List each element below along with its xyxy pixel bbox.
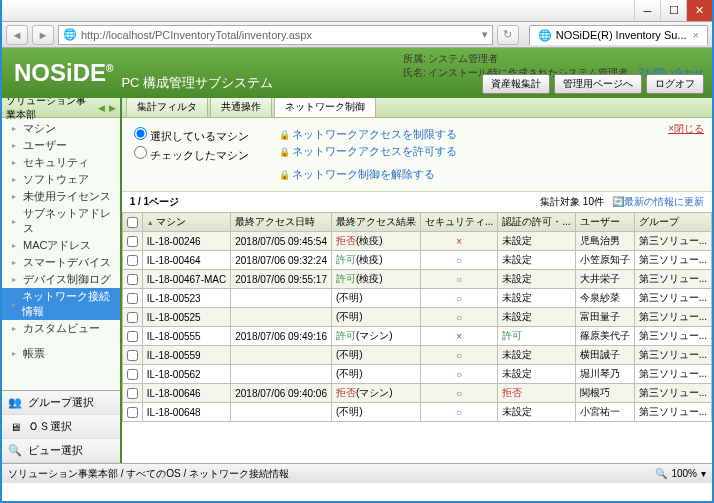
sidebar-foot-item[interactable]: 🖥ＯＳ選択: [2, 415, 120, 439]
table-row[interactable]: IL-18-002462018/07/05 09:45:54拒否(検疫)×未設定…: [122, 232, 711, 251]
close-button[interactable]: ✕: [686, 0, 712, 21]
asset-report-button[interactable]: 資産報集計: [482, 74, 550, 94]
column-header[interactable]: 認証の許可・...: [498, 213, 575, 232]
table-row[interactable]: IL-18-004642018/07/06 09:32:24許可(検疫)○未設定…: [122, 251, 711, 270]
url-text: http://localhost/PCInventoryTotal/invent…: [81, 29, 312, 41]
app-subtitle: PC 構成管理サブシステム: [121, 74, 273, 92]
nav-item[interactable]: カスタムビュー: [2, 320, 120, 337]
dropdown-icon[interactable]: ▾: [482, 28, 488, 41]
column-header[interactable]: 最終アクセス日時: [231, 213, 332, 232]
column-header[interactable]: ユーザー: [575, 213, 634, 232]
sidebar-header[interactable]: ソリューション事業本部 ◀ ▶: [2, 98, 120, 118]
main-tab[interactable]: 集計フィルタ: [126, 96, 208, 117]
row-checkbox[interactable]: [127, 293, 138, 304]
row-checkbox[interactable]: [127, 274, 138, 285]
nav-item[interactable]: 帳票: [2, 345, 120, 362]
sidebar-footer: 👥グループ選択🖥ＯＳ選択🔍ビュー選択: [2, 390, 120, 463]
radio-checked-machine[interactable]: チェックしたマシン: [134, 145, 249, 164]
table-row[interactable]: IL-18-005552018/07/06 09:49:16許可(マシン)×許可…: [122, 327, 711, 346]
nav-item[interactable]: マシン: [2, 120, 120, 137]
foot-icon: 👥: [8, 396, 22, 410]
nav-item[interactable]: ネットワーク接続情報: [2, 288, 120, 320]
zoom-value: 100%: [671, 468, 697, 479]
column-header[interactable]: 最終アクセス結果: [331, 213, 420, 232]
restrict-access-link[interactable]: ネットワークアクセスを制限する: [279, 126, 457, 143]
table-row[interactable]: IL-18-006462018/07/06 09:40:06拒否(マシン)○拒否…: [122, 384, 711, 403]
main-tab[interactable]: 共通操作: [210, 96, 272, 117]
refresh-link[interactable]: 🔄最新の情報に更新: [612, 195, 704, 209]
row-count: 集計対象 10件: [540, 195, 604, 209]
browser-tab[interactable]: 🌐 NOSiDE(R) Inventory Su... ×: [529, 25, 708, 45]
foot-icon: 🔍: [8, 444, 22, 458]
panel-close-link[interactable]: ×閉じる: [668, 122, 704, 136]
window-titlebar: ─ ☐ ✕: [2, 0, 712, 22]
table-row[interactable]: IL-18-00648(不明)○未設定小宮祐一第三ソリュー...: [122, 403, 711, 422]
admin-page-button[interactable]: 管理用ページへ: [554, 74, 642, 94]
breadcrumb: ソリューション事業本部 / すべてのOS / ネットワーク接続情報: [8, 467, 289, 481]
back-button[interactable]: ◄: [6, 25, 28, 45]
filter-panel: 選択しているマシン チェックしたマシン ネットワークアクセスを制限する ネットワ…: [122, 118, 712, 192]
table-row[interactable]: IL-18-00562(不明)○未設定堀川琴乃第三ソリュー...: [122, 365, 711, 384]
forward-button[interactable]: ►: [32, 25, 54, 45]
row-checkbox[interactable]: [127, 312, 138, 323]
column-header[interactable]: [122, 213, 142, 232]
tab-close-icon[interactable]: ×: [693, 29, 699, 41]
nav-item[interactable]: セキュリティ: [2, 154, 120, 171]
app-header: NOSiDE® PC 構成管理サブシステム 所属: システム管理者 氏名: イン…: [2, 48, 712, 98]
table-row[interactable]: IL-18-00523(不明)○未設定今泉紗菜第三ソリュー...: [122, 289, 711, 308]
row-checkbox[interactable]: [127, 331, 138, 342]
row-checkbox[interactable]: [127, 236, 138, 247]
sidebar-foot-item[interactable]: 🔍ビュー選択: [2, 439, 120, 463]
nav-item[interactable]: スマートデバイス: [2, 254, 120, 271]
collapse-left-icon[interactable]: ◀: [98, 103, 105, 113]
allow-access-link[interactable]: ネットワークアクセスを許可する: [279, 143, 457, 160]
collapse-right-icon[interactable]: ▶: [109, 103, 116, 113]
select-all-checkbox[interactable]: [127, 217, 138, 228]
sidebar-foot-item[interactable]: 👥グループ選択: [2, 391, 120, 415]
nav-tree: マシンユーザーセキュリティソフトウェア未使用ライセンスサブネットアドレスMACア…: [2, 118, 120, 390]
remove-control-link[interactable]: ネットワーク制御を解除する: [279, 166, 457, 183]
refresh-button[interactable]: ↻: [497, 25, 519, 45]
table-row[interactable]: IL-18-00467-MAC2018/07/06 09:55:17許可(検疫)…: [122, 270, 711, 289]
radio-selected-machine[interactable]: 選択しているマシン: [134, 126, 249, 145]
logo: NOSiDE®: [2, 59, 113, 87]
data-grid[interactable]: マシン最終アクセス日時最終アクセス結果セキュリティ...認証の許可・...ユーザ…: [122, 212, 712, 463]
row-checkbox[interactable]: [127, 369, 138, 380]
row-checkbox[interactable]: [127, 350, 138, 361]
row-checkbox[interactable]: [127, 255, 138, 266]
nav-item[interactable]: デバイス制御ログ: [2, 271, 120, 288]
globe-icon: 🌐: [63, 28, 77, 41]
row-checkbox[interactable]: [127, 388, 138, 399]
logoff-button[interactable]: ログオフ: [646, 74, 704, 94]
maximize-button[interactable]: ☐: [660, 0, 686, 21]
nav-item[interactable]: ユーザー: [2, 137, 120, 154]
sidebar: ソリューション事業本部 ◀ ▶ マシンユーザーセキュリティソフトウェア未使用ライ…: [2, 98, 122, 463]
zoom-icon: 🔍: [655, 468, 667, 479]
table-row[interactable]: IL-18-00559(不明)○未設定横田誠子第三ソリュー...: [122, 346, 711, 365]
page-indicator: 1 / 1ページ: [130, 195, 179, 209]
nav-item[interactable]: サブネットアドレス: [2, 205, 120, 237]
table-row[interactable]: IL-18-00525(不明)○未設定富田量子第三ソリュー...: [122, 308, 711, 327]
nav-item[interactable]: MACアドレス: [2, 237, 120, 254]
status-bar: ソリューション事業本部 / すべてのOS / ネットワーク接続情報 🔍 100%…: [2, 463, 712, 483]
row-checkbox[interactable]: [127, 407, 138, 418]
page-icon: 🌐: [538, 29, 552, 42]
minimize-button[interactable]: ─: [634, 0, 660, 21]
main-tabs: 集計フィルタ共通操作ネットワーク制御: [122, 98, 712, 118]
main-tab[interactable]: ネットワーク制御: [274, 96, 376, 117]
zoom-dropdown-icon[interactable]: ▾: [701, 468, 706, 479]
nav-item[interactable]: ソフトウェア: [2, 171, 120, 188]
main-area: 集計フィルタ共通操作ネットワーク制御 選択しているマシン チェックしたマシン ネ…: [122, 98, 712, 463]
address-bar: ◄ ► 🌐 http://localhost/PCInventoryTotal/…: [2, 22, 712, 48]
zoom-control[interactable]: 🔍 100% ▾: [655, 468, 706, 479]
tab-title: NOSiDE(R) Inventory Su...: [556, 29, 687, 41]
nav-item[interactable]: 未使用ライセンス: [2, 188, 120, 205]
url-input[interactable]: 🌐 http://localhost/PCInventoryTotal/inve…: [58, 25, 493, 45]
pager-bar: 1 / 1ページ 集計対象 10件 🔄最新の情報に更新: [122, 192, 712, 212]
column-header[interactable]: セキュリティ...: [420, 213, 497, 232]
column-header[interactable]: マシン: [142, 213, 230, 232]
column-header[interactable]: グループ: [634, 213, 711, 232]
foot-icon: 🖥: [8, 420, 22, 434]
